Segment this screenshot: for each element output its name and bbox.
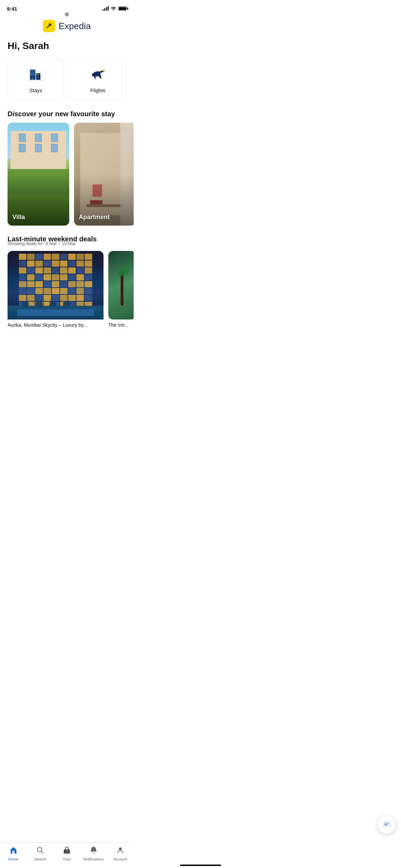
svg-rect-18 xyxy=(38,77,38,78)
status-time: 9:41 xyxy=(7,6,17,12)
deals-subtitle: Showing deals for: 8 Mar – 10 Mar xyxy=(0,241,134,251)
discover-scroll: Villa Apartment xyxy=(0,123,134,235)
svg-rect-5 xyxy=(31,72,32,73)
wifi-icon xyxy=(111,6,116,11)
svg-rect-8 xyxy=(31,74,32,75)
svg-rect-19 xyxy=(29,80,43,81)
apartment-card[interactable]: Apartment xyxy=(74,123,134,226)
stays-label: Stays xyxy=(29,87,42,93)
svg-rect-2 xyxy=(31,70,32,71)
discover-section-heading: Discover your new favourite stay xyxy=(0,110,134,123)
app-header: Expedia xyxy=(0,18,134,38)
battery-icon xyxy=(118,7,127,11)
svg-rect-14 xyxy=(38,74,38,75)
stays-card[interactable]: Stays xyxy=(8,58,64,100)
expedia-logo-icon xyxy=(43,20,55,32)
camera-notch xyxy=(0,12,134,16)
villa-label: Villa xyxy=(12,214,25,221)
svg-rect-13 xyxy=(36,74,37,75)
status-icons xyxy=(102,6,127,11)
quick-access-section: Stays Flights xyxy=(0,58,134,110)
stays-icon xyxy=(28,65,44,83)
svg-rect-6 xyxy=(32,72,33,73)
flights-icon xyxy=(90,65,106,83)
imp-deal-title: The Imr... xyxy=(108,320,134,329)
signal-icon xyxy=(102,7,109,11)
apartment-label: Apartment xyxy=(79,214,110,221)
svg-rect-3 xyxy=(32,70,33,71)
svg-rect-16 xyxy=(38,76,38,76)
expedia-logo-text: Expedia xyxy=(59,21,91,32)
mumbai-deal-title: Aurika, Mumbai Skycity – Luxury by... xyxy=(8,320,104,329)
svg-rect-17 xyxy=(36,77,37,78)
expedia-logo: Expedia xyxy=(43,20,91,32)
flights-card[interactable]: Flights xyxy=(70,58,126,100)
svg-rect-11 xyxy=(32,77,34,80)
mumbai-deal-card[interactable]: Aurika, Mumbai Skycity – Luxury by... xyxy=(8,251,104,329)
apartment-card-image xyxy=(74,123,134,226)
svg-rect-9 xyxy=(32,74,33,75)
svg-rect-15 xyxy=(36,76,37,76)
svg-rect-7 xyxy=(34,72,35,73)
greeting-section: Hi, Sarah xyxy=(0,38,134,58)
villa-card-image xyxy=(8,123,69,226)
villa-card[interactable]: Villa xyxy=(8,123,69,226)
svg-rect-10 xyxy=(34,74,35,75)
flights-label: Flights xyxy=(90,87,105,93)
svg-rect-4 xyxy=(34,70,35,71)
greeting-text: Hi, Sarah xyxy=(8,40,126,51)
mumbai-hotel-image xyxy=(8,251,104,320)
deals-scroll: Aurika, Mumbai Skycity – Luxury by... Th… xyxy=(0,251,134,336)
imp-deal-card[interactable]: The Imr... xyxy=(108,251,134,329)
